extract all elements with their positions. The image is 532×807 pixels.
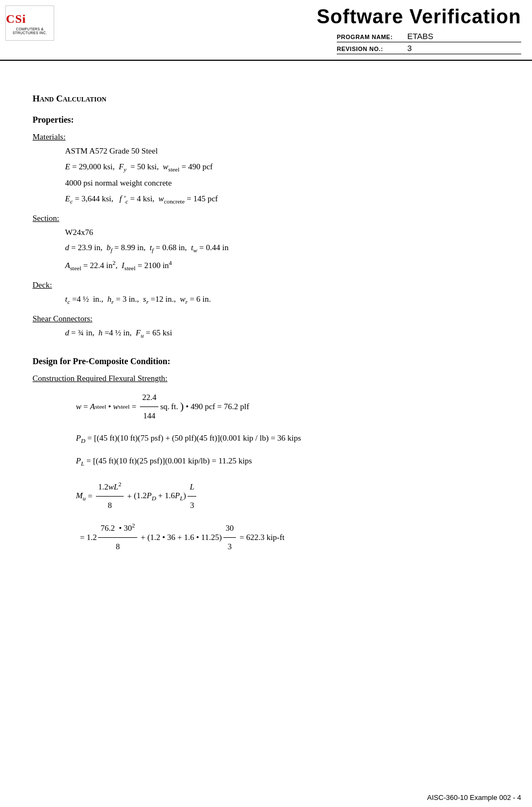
material-line-1: ASTM A572 Grade 50 Steel <box>65 145 499 157</box>
fraction-22-144: 22.4 144 <box>140 389 158 425</box>
materials-heading: Materials: <box>33 132 499 142</box>
page-title: Software Verification <box>317 5 521 28</box>
fraction-1.2wL2-8: 1.2wL2 8 <box>96 478 124 514</box>
deck-content: tc =4 ½ in., hr = 3 in., sr =12 in., wr … <box>65 293 499 307</box>
shear-content: d = ¾ in, h =4 ½ in, Fu = 65 ksi <box>65 327 499 340</box>
section-heading: Section: <box>33 214 499 223</box>
equation-pd: PD = [(45 ft)(10 ft)(75 psf) + (50 plf)(… <box>76 429 499 448</box>
revision-value: 3 <box>407 43 521 53</box>
revision-row: REVISION NO.: 3 <box>337 43 521 54</box>
section-line-2: d = 23.9 in, bf = 8.99 in, tf = 0.68 in,… <box>65 242 499 255</box>
equation-mu-1: Mu = 1.2wL2 8 + (1.2PD + 1.6PL) L 3 <box>76 478 499 514</box>
logo-area: CSi COMPUTERS & STRUCTURES INC. <box>5 5 70 41</box>
section-line-1: W24x76 <box>65 226 499 239</box>
program-info: PROGRAM NAME: ETABS REVISION NO.: 3 <box>337 31 521 55</box>
program-name-row: PROGRAM NAME: ETABS <box>337 31 521 42</box>
page-footer: AISC-360-10 Example 002 - 4 <box>427 793 521 802</box>
fraction-L-3: L 3 <box>188 478 196 514</box>
material-line-4: Ec = 3,644 ksi, f ′c = 4 ksi, wconcrete … <box>65 193 499 206</box>
fraction-76.2x30sq-8: 76.2 • 302 8 <box>98 519 137 556</box>
properties-heading: Properties: <box>33 115 499 125</box>
program-label: PROGRAM NAME: <box>337 34 407 40</box>
revision-label: REVISION NO.: <box>337 46 407 52</box>
company-logo: CSi COMPUTERS & STRUCTURES INC. <box>5 5 54 41</box>
equation-pl: PL = [(45 ft)(10 ft)(25 psf)](0.001 kip/… <box>76 452 499 471</box>
main-section-heading: Hand Calculation <box>33 93 499 104</box>
material-line-2: E = 29,000 ksi, Fy = 50 ksi, wsteel = 49… <box>65 161 499 174</box>
section-line-3: Asteel = 22.4 in2, Isteel = 2100 in4 <box>65 258 499 273</box>
section-content: W24x76 d = 23.9 in, bf = 8.99 in, tf = 0… <box>65 226 499 273</box>
construction-heading: Construction Required Flexural Strength: <box>33 374 499 383</box>
main-content: Hand Calculation Properties: Materials: … <box>0 61 532 594</box>
title-area: Software Verification PROGRAM NAME: ETAB… <box>70 5 521 55</box>
equations-block: w = Asteel • wsteel = 22.4 144 sq. ft. )… <box>76 389 499 556</box>
equation-w: w = Asteel • wsteel = 22.4 144 sq. ft. )… <box>76 389 499 425</box>
materials-content: ASTM A572 Grade 50 Steel E = 29,000 ksi,… <box>65 145 499 206</box>
material-line-3: 4000 psi normal weight concrete <box>65 177 499 189</box>
design-heading: Design for Pre-Composite Condition: <box>33 357 499 366</box>
program-value: ETABS <box>407 31 521 41</box>
deck-line-1: tc =4 ½ in., hr = 3 in., sr =12 in., wr … <box>65 293 499 307</box>
shear-connectors-heading: Shear Connectors: <box>33 314 499 323</box>
equation-mu-2: = 1.2 76.2 • 302 8 + (1.2 • 36 + 1.6 • 1… <box>76 519 499 556</box>
fraction-30-3: 30 3 <box>223 519 236 556</box>
page-header: CSi COMPUTERS & STRUCTURES INC. Software… <box>0 0 532 61</box>
deck-heading: Deck: <box>33 281 499 290</box>
shear-line-1: d = ¾ in, h =4 ½ in, Fu = 65 ksi <box>65 327 499 340</box>
